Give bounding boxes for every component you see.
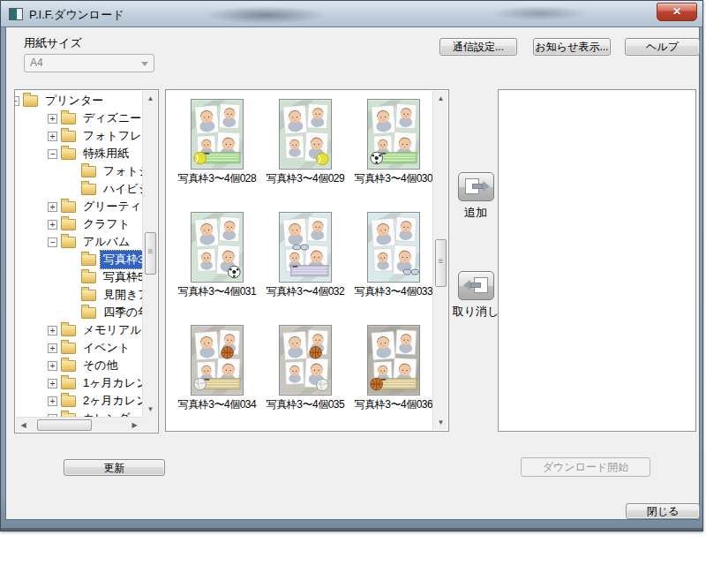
thumbnail-image[interactable] xyxy=(173,212,261,283)
thumbnail-label: 写真枠3〜4個033 xyxy=(349,284,438,299)
folder-icon xyxy=(61,378,76,389)
tree-item[interactable]: 四季の年中行事 xyxy=(68,304,144,321)
update-button[interactable]: 更新 xyxy=(64,459,165,476)
thumbnail-label: 写真枠3〜4個029 xyxy=(261,171,349,186)
tree-item-label[interactable]: プリンター xyxy=(42,92,106,109)
thumbnail-label: 写真枠3〜4個034 xyxy=(173,397,261,412)
title-bar[interactable]: P.I.F.ダウンロード ✕ xyxy=(1,1,702,27)
tree-item[interactable]: + グリーティング xyxy=(48,198,144,215)
tree-item-label[interactable]: クラフト xyxy=(80,215,132,233)
download-start-button[interactable]: ダウンロード開始 xyxy=(521,457,650,477)
template-thumbnail[interactable]: 写真枠3〜4個033 xyxy=(349,212,438,325)
thumbnail-image[interactable] xyxy=(173,325,261,396)
tree-vscroll-thumb[interactable] xyxy=(145,232,156,275)
tree-item[interactable]: ハイビジョン xyxy=(68,180,144,198)
template-thumbnail[interactable]: 写真枠3〜4個030 xyxy=(349,99,438,212)
template-thumbnail[interactable]: 写真枠3〜4個036 xyxy=(349,325,438,432)
tree-item[interactable]: 写真枠3〜4個 xyxy=(68,251,144,268)
scroll-left-icon[interactable]: ◀ xyxy=(17,418,30,432)
add-button[interactable] xyxy=(458,172,494,201)
list-vertical-scrollbar[interactable]: ▲ ▼ xyxy=(432,91,447,430)
tree-item-label[interactable]: イベント xyxy=(80,339,132,357)
tree-item[interactable]: + メモリアル xyxy=(48,321,144,339)
tree-expander-icon[interactable]: + xyxy=(48,361,57,371)
thumbnail-image[interactable] xyxy=(349,212,438,283)
notice-display-button[interactable]: お知らせ表示... xyxy=(533,38,611,56)
tree-item[interactable]: − プリンター xyxy=(15,92,144,109)
tree-item-label[interactable]: 写真枠3〜4個 xyxy=(101,251,144,268)
tree-item-label[interactable]: 写真枠5個以上 xyxy=(101,268,144,286)
tree-item[interactable]: フォトシール xyxy=(68,162,144,180)
window-close-button[interactable]: ✕ xyxy=(657,3,697,21)
tree-item-label[interactable]: フォトフレーム xyxy=(80,127,144,145)
tree-item[interactable]: + イベント xyxy=(48,339,144,357)
help-button[interactable]: ヘルプ xyxy=(625,38,700,56)
tree-expander-icon[interactable]: + xyxy=(48,326,57,335)
thumbnail-image[interactable] xyxy=(173,99,261,170)
tree-vertical-scrollbar[interactable]: ▲ ▼ xyxy=(142,91,157,417)
tree-expander-icon[interactable]: − xyxy=(15,96,19,106)
scroll-up-icon[interactable]: ▲ xyxy=(144,92,157,105)
communication-settings-button[interactable]: 通信設定... xyxy=(439,38,517,56)
tree-item-label[interactable]: フォトシール xyxy=(101,162,144,180)
tree-item[interactable]: + その他 xyxy=(48,357,144,374)
tree-item-label[interactable]: アルバム xyxy=(80,233,132,251)
template-thumbnail[interactable]: 写真枠3〜4個031 xyxy=(173,212,261,325)
tree-expander-icon[interactable]: + xyxy=(48,132,57,141)
tree-item[interactable]: 写真枠5個以上 xyxy=(68,268,144,286)
tree-item[interactable]: + クラフト xyxy=(48,215,144,233)
tree-item[interactable]: + 2ヶ月カレンダー xyxy=(48,392,144,410)
download-queue-list[interactable] xyxy=(498,89,696,432)
tree-item-label[interactable]: 2ヶ月カレンダー xyxy=(80,392,144,410)
scroll-right-icon[interactable]: ▶ xyxy=(128,418,141,432)
tree-expander-icon[interactable]: + xyxy=(48,220,57,230)
tree-item[interactable]: + ディズニー xyxy=(48,109,144,127)
tree-item-label[interactable]: 見開きアルバム xyxy=(101,286,144,304)
thumbnail-label: 写真枠3〜4個031 xyxy=(173,284,261,299)
tree-expander-icon[interactable]: − xyxy=(48,237,57,247)
arrow-right-head-icon xyxy=(483,181,490,192)
tree-expander-icon[interactable]: + xyxy=(48,202,57,212)
tree-item-label[interactable]: メモリアル xyxy=(80,321,144,339)
tree-item-label[interactable]: ハイビジョン xyxy=(101,180,144,198)
tree-item[interactable]: + フォトフレーム xyxy=(48,127,144,145)
template-thumbnail[interactable]: 写真枠3〜4個028 xyxy=(173,99,261,212)
tree-item[interactable]: 見開きアルバム xyxy=(68,286,144,304)
folder-tree: − プリンター + ディズニー + フォトフレーム − 特殊用紙 フォトシール … xyxy=(14,89,159,433)
thumbnail-image[interactable] xyxy=(261,99,349,170)
tree-expander-icon[interactable]: − xyxy=(48,149,57,159)
template-thumbnail[interactable]: 写真枠3〜4個032 xyxy=(261,212,349,325)
tree-expander-icon[interactable]: + xyxy=(48,396,57,406)
close-button[interactable]: 閉じる xyxy=(626,503,700,519)
tree-expander-icon[interactable]: + xyxy=(48,114,57,124)
scroll-up-icon[interactable]: ▲ xyxy=(434,92,447,105)
tree-item[interactable]: + 1ヶ月カレンダー xyxy=(48,374,144,392)
scroll-down-icon[interactable]: ▼ xyxy=(434,416,447,429)
tree-expander-icon[interactable]: + xyxy=(48,379,57,388)
tree-item-label[interactable]: ディズニー xyxy=(80,109,144,127)
tree-item[interactable]: + カレンダー xyxy=(48,410,144,417)
tree-item-label[interactable]: カレンダー xyxy=(80,410,144,417)
template-thumbnail[interactable]: 写真枠3〜4個034 xyxy=(173,325,261,432)
scroll-down-icon[interactable]: ▼ xyxy=(144,403,157,416)
thumbnail-image[interactable] xyxy=(261,325,349,396)
paper-size-select[interactable]: A4 xyxy=(24,54,154,72)
thumbnail-image[interactable] xyxy=(349,325,438,396)
tree-item-label[interactable]: グリーティング xyxy=(80,198,144,215)
template-thumbnail[interactable]: 写真枠3〜4個029 xyxy=(261,99,349,212)
tree-item-label[interactable]: その他 xyxy=(80,357,121,374)
tree-item[interactable]: − 特殊用紙 xyxy=(48,145,144,162)
template-thumbnail[interactable]: 写真枠3〜4個035 xyxy=(261,325,349,432)
thumbnail-image[interactable] xyxy=(261,212,349,283)
tree-item[interactable]: − アルバム xyxy=(48,233,144,251)
tree-horizontal-scrollbar[interactable]: ◀ ▶ xyxy=(16,417,142,432)
tree-item-label[interactable]: 四季の年中行事 xyxy=(101,304,144,321)
thumbnail-image[interactable] xyxy=(349,99,438,170)
list-vscroll-thumb[interactable] xyxy=(435,239,447,287)
undo-button[interactable] xyxy=(458,271,494,300)
tree-hscroll-thumb[interactable] xyxy=(37,419,92,431)
tree-expander-icon[interactable]: + xyxy=(48,343,57,353)
tree-item-label[interactable]: 特殊用紙 xyxy=(80,145,131,162)
tree-item-label[interactable]: 1ヶ月カレンダー xyxy=(80,374,144,392)
folder-icon xyxy=(81,166,96,177)
